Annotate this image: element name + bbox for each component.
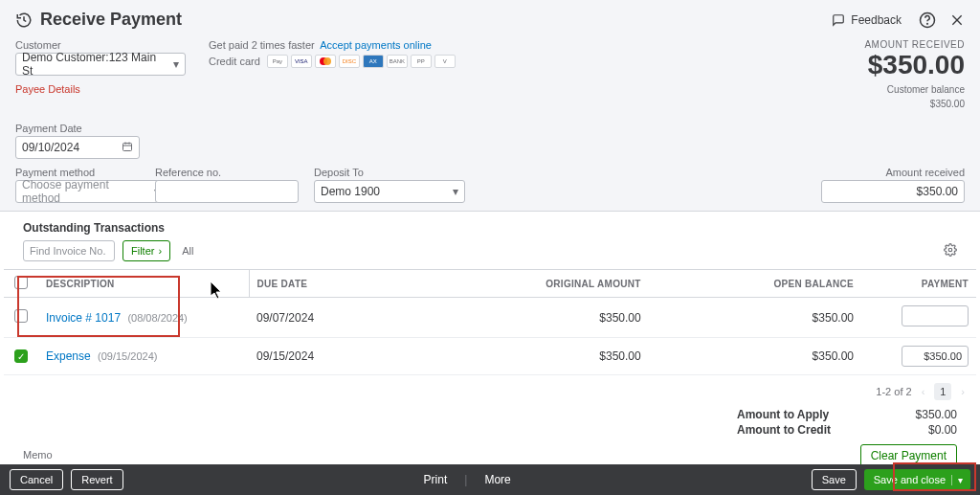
chevron-down-icon: ▾: [951, 475, 963, 485]
chevron-down-icon: ▾: [167, 57, 179, 71]
deposit-to-label: Deposit To: [314, 167, 465, 178]
table-row[interactable]: Invoice # 1017 (08/08/2024) 09/07/2024 $…: [4, 298, 976, 338]
print-link[interactable]: Print: [424, 473, 448, 486]
paypal-icon: PP: [411, 55, 432, 68]
amount-received-label: AMOUNT RECEIVED: [864, 39, 965, 50]
filter-label: Filter: [131, 245, 154, 257]
find-invoice-placeholder: Find Invoice No.: [30, 245, 105, 257]
row-checkbox[interactable]: [14, 309, 28, 323]
promo-text: Get paid 2 times faster: [209, 39, 315, 51]
amex-icon: AX: [363, 55, 384, 68]
amount-received-input-value: $350.00: [917, 185, 958, 198]
col-due-date: DUE DATE: [249, 270, 402, 298]
amount-to-apply-label: Amount to Apply: [737, 408, 852, 421]
payment-date-input[interactable]: 09/10/2024: [15, 136, 140, 159]
select-all-checkbox[interactable]: [14, 276, 28, 289]
discover-icon: DISC: [339, 55, 360, 68]
visa-icon: VISA: [291, 55, 312, 68]
pager-next[interactable]: ›: [961, 386, 965, 397]
svg-point-10: [948, 248, 952, 252]
row-open-balance: $350.00: [649, 338, 861, 375]
expense-link[interactable]: Expense: [46, 349, 91, 363]
save-and-close-button[interactable]: Save and close ▾: [864, 469, 970, 490]
filter-all-label: All: [182, 245, 193, 257]
row-original-amount: $350.00: [402, 298, 649, 338]
col-open-balance: OPEN BALANCE: [649, 270, 861, 298]
col-original-amount: ORIGINAL AMOUNT: [402, 270, 649, 298]
reference-no-label: Reference no.: [155, 167, 299, 178]
reference-no-input[interactable]: [155, 180, 299, 203]
feedback-button[interactable]: Feedback: [832, 13, 902, 27]
gear-icon[interactable]: [944, 243, 965, 259]
row-due-date: 09/15/2024: [249, 338, 402, 375]
svg-point-1: [927, 23, 928, 24]
find-invoice-input[interactable]: Find Invoice No.: [23, 240, 115, 261]
promo-block: Get paid 2 times faster Accept payments …: [209, 39, 456, 68]
col-payment: PAYMENT: [861, 270, 976, 298]
chevron-down-icon: ▾: [447, 185, 458, 198]
deposit-to-value: Demo 1900: [321, 185, 380, 198]
accept-payments-link[interactable]: Accept payments online: [320, 39, 432, 51]
cancel-button[interactable]: Cancel: [10, 469, 63, 490]
payment-method-label: Payment method: [15, 167, 140, 178]
save-close-label: Save and close: [874, 474, 946, 485]
payment-method-select[interactable]: Choose payment method ▾: [15, 180, 167, 203]
customer-balance-value: $350.00: [864, 99, 965, 109]
close-icon[interactable]: [949, 12, 965, 28]
bank-icon: BANK: [387, 55, 408, 68]
applepay-icon: Pay: [267, 55, 288, 68]
chevron-right-icon: ›: [158, 245, 162, 257]
row-original-amount: $350.00: [402, 338, 649, 375]
payment-date-label: Payment Date: [15, 123, 140, 134]
page-title: Receive Payment: [40, 10, 182, 30]
revert-button[interactable]: Revert: [71, 469, 122, 490]
amount-received-field-label: Amount received: [821, 167, 965, 178]
row-open-balance: $350.00: [649, 298, 861, 338]
payment-date-value: 09/10/2024: [22, 141, 79, 154]
feedback-label: Feedback: [851, 13, 902, 27]
svg-rect-6: [123, 143, 132, 150]
amount-received-value: $350.00: [864, 50, 965, 80]
svg-point-5: [323, 57, 331, 65]
customer-value: Demo Customer:123 Main St: [22, 51, 167, 78]
amount-to-credit-label: Amount to Credit: [737, 423, 852, 437]
venmo-icon: V: [434, 55, 456, 68]
deposit-to-select[interactable]: Demo 1900 ▾: [314, 180, 465, 203]
mastercard-icon: [315, 55, 336, 68]
credit-card-label: Credit card: [209, 56, 260, 67]
payment-method-placeholder: Choose payment method: [22, 178, 148, 205]
calendar-icon: [122, 141, 133, 155]
pager-range: 1-2 of 2: [876, 386, 911, 397]
pager-page[interactable]: 1: [934, 383, 951, 400]
row-due-date: 09/07/2024: [249, 298, 402, 338]
customer-select[interactable]: Demo Customer:123 Main St ▾: [15, 53, 186, 76]
filter-button[interactable]: Filter ›: [122, 240, 170, 261]
row-payment-input[interactable]: $350.00: [902, 346, 969, 367]
col-description: DESCRIPTION: [38, 270, 249, 298]
history-icon: [15, 11, 33, 29]
table-row[interactable]: ✓ Expense (09/15/2024) 09/15/2024 $350.0…: [4, 338, 976, 375]
help-icon[interactable]: [919, 11, 936, 29]
invoice-date: (08/08/2024): [127, 312, 187, 324]
amount-to-apply-value: $350.00: [890, 408, 957, 421]
amount-to-credit-value: $0.00: [890, 423, 957, 437]
pager-prev[interactable]: ‹: [922, 386, 925, 397]
payee-details-link[interactable]: Payee Details: [15, 83, 186, 95]
customer-label: Customer: [15, 39, 186, 51]
customer-balance-label: Customer balance: [864, 84, 965, 95]
expense-date: (09/15/2024): [98, 350, 157, 362]
memo-label: Memo: [23, 449, 53, 461]
invoice-link[interactable]: Invoice # 1017: [46, 311, 121, 325]
outstanding-transactions-heading: Outstanding Transactions: [0, 212, 980, 240]
save-button[interactable]: Save: [812, 469, 857, 490]
row-checkbox[interactable]: ✓: [14, 349, 28, 363]
more-link[interactable]: More: [484, 473, 510, 486]
row-payment-input[interactable]: [902, 305, 969, 326]
amount-received-input[interactable]: $350.00: [821, 180, 965, 203]
